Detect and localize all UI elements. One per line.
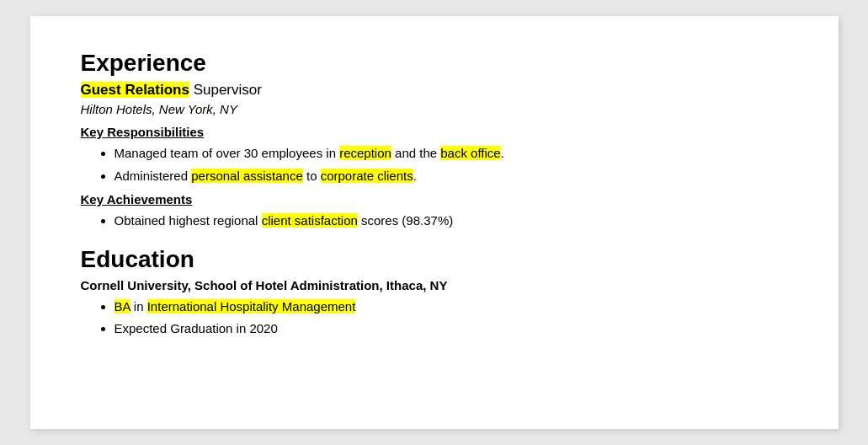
back-office-highlight: back office	[440, 146, 500, 160]
list-item: Managed team of over 30 employees in rec…	[114, 144, 788, 164]
list-item: BA in International Hospitality Manageme…	[114, 298, 788, 317]
resp1-between: and the	[391, 146, 440, 160]
key-achievements-label: Key Achievements	[81, 192, 788, 206]
ach1-before: Obtained highest regional	[114, 213, 262, 228]
job-title: Guest Relations Supervisor	[81, 82, 788, 99]
ba-highlight: BA	[114, 299, 130, 314]
corporate-clients-highlight: corporate clients	[321, 169, 413, 183]
key-responsibilities-label: Key Responsibilities	[81, 125, 788, 139]
list-item: Obtained highest regional client satisfa…	[114, 212, 788, 231]
list-item: Administered personal assistance to corp…	[114, 167, 788, 186]
ach1-after: scores (98.37%)	[358, 213, 453, 228]
client-satisfaction-highlight: client satisfaction	[262, 213, 358, 228]
document-card: Experience Guest Relations Supervisor Hi…	[30, 16, 839, 429]
achievements-list: Obtained highest regional client satisfa…	[114, 212, 788, 231]
job-title-rest: Supervisor	[189, 82, 262, 98]
experience-section: Experience Guest Relations Supervisor Hi…	[81, 50, 788, 231]
responsibilities-list: Managed team of over 30 employees in rec…	[114, 144, 788, 185]
resp2-after: .	[413, 169, 417, 183]
intl-hospitality-highlight: International Hospitality Management	[147, 299, 356, 314]
expected-graduation: Expected Graduation in 2020	[114, 321, 278, 335]
university-name: Cornell University, School of Hotel Admi…	[81, 278, 788, 292]
personal-assistance-highlight: personal assistance	[191, 169, 303, 183]
resp1-before: Managed team of over 30 employees in	[114, 146, 340, 160]
education-section: Education Cornell University, School of …	[81, 246, 788, 339]
education-title: Education	[81, 246, 788, 273]
guest-relations-highlight: Guest Relations	[81, 82, 189, 98]
edu1-between: in	[130, 299, 147, 314]
reception-highlight: reception	[339, 146, 391, 160]
list-item: Expected Graduation in 2020	[114, 319, 788, 339]
education-list: BA in International Hospitality Manageme…	[114, 298, 788, 339]
company-name: Hilton Hotels, New York, NY	[81, 102, 788, 116]
experience-title: Experience	[81, 50, 788, 77]
resp2-between: to	[303, 169, 321, 183]
resp1-after: .	[501, 146, 504, 160]
resp2-before: Administered	[114, 169, 192, 183]
